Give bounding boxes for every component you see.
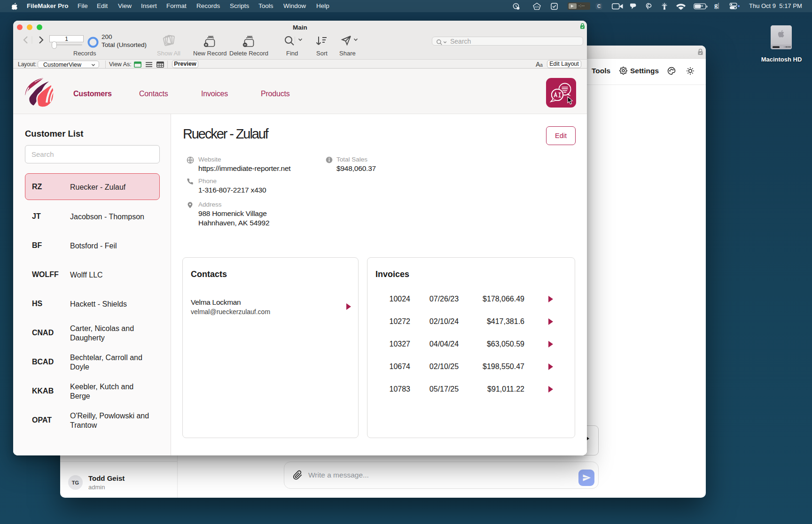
svg-text:</>: </>	[535, 5, 539, 8]
svg-text:C: C	[597, 4, 601, 9]
